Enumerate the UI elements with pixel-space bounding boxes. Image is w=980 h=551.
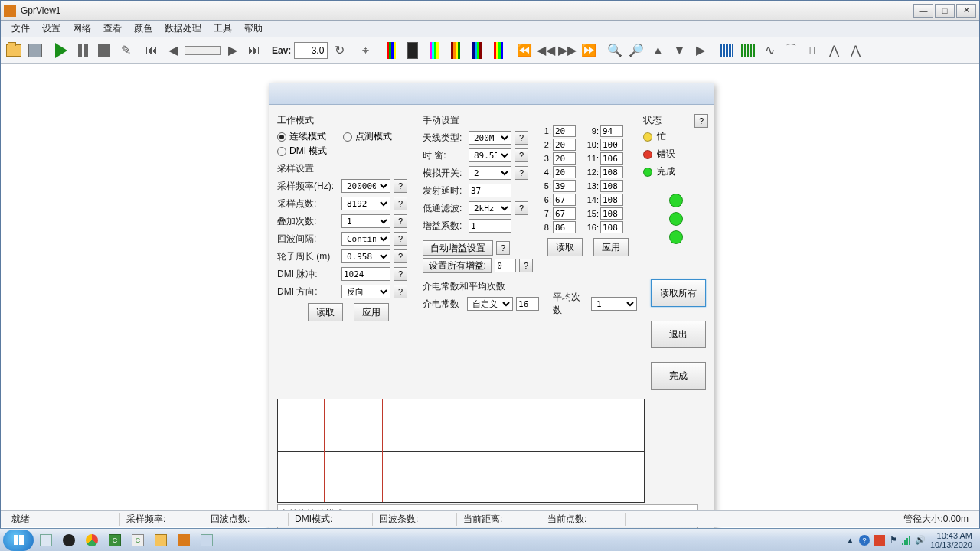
delay-input[interactable] — [469, 184, 511, 197]
system-tray[interactable]: ▲ ? ⚑ 🔊 10:43 AM 10/13/2020 — [846, 531, 977, 549]
menu-settings[interactable]: 设置 — [36, 21, 67, 37]
help-button[interactable]: ? — [394, 179, 407, 193]
help-button[interactable]: ? — [514, 148, 528, 162]
scrub-track[interactable] — [185, 46, 221, 55]
fwd-fast-button[interactable]: ⏩ — [579, 41, 599, 60]
fwd-button[interactable]: ▶▶ — [557, 41, 577, 60]
num-4-input[interactable] — [553, 166, 576, 178]
help-button[interactable]: ? — [514, 131, 528, 145]
menu-data[interactable]: 数据处理 — [158, 21, 207, 37]
help-button[interactable]: ? — [519, 259, 533, 272]
help-button[interactable]: ? — [514, 166, 528, 180]
wave5-button[interactable]: ⋀ — [845, 41, 865, 60]
wave4-button[interactable]: ⋀ — [824, 41, 844, 60]
help-button[interactable]: ? — [394, 249, 407, 263]
eav-input[interactable] — [294, 42, 328, 59]
volume-icon[interactable]: 🔊 — [915, 535, 926, 545]
play2-button[interactable]: ▶ — [691, 41, 710, 60]
num-1-input[interactable] — [553, 125, 576, 137]
signal-icon[interactable] — [902, 536, 910, 545]
taskbar-app3[interactable] — [173, 531, 194, 549]
tool-a-button[interactable]: ⌖ — [355, 41, 375, 60]
save-button[interactable] — [25, 41, 45, 60]
radio-continuous[interactable]: 连续模式 — [277, 130, 326, 143]
help-button[interactable]: ? — [514, 201, 528, 215]
stop-button[interactable] — [94, 41, 114, 60]
wave1-button[interactable]: ∿ — [760, 41, 779, 60]
sampling-apply-button[interactable]: 应用 — [354, 303, 389, 321]
shield-icon[interactable] — [874, 535, 885, 546]
num-5-input[interactable] — [553, 180, 576, 192]
open-button[interactable] — [4, 41, 24, 60]
ant-select[interactable]: 200M — [469, 131, 511, 145]
rew-button[interactable]: ◀◀ — [536, 41, 556, 60]
num-15-input[interactable] — [600, 207, 623, 220]
help-button[interactable]: ? — [394, 232, 407, 246]
grid1-button[interactable] — [717, 41, 737, 60]
first-button[interactable]: ⏮ — [142, 41, 162, 60]
interval-select[interactable]: Continue — [341, 232, 390, 246]
taskbar-app2[interactable]: C — [127, 531, 149, 549]
palette-2[interactable] — [403, 41, 423, 60]
dir-select[interactable]: 反向 — [341, 285, 390, 298]
num-11-input[interactable] — [600, 152, 623, 165]
rate-select[interactable]: 200000 — [341, 179, 390, 193]
menu-view[interactable]: 查看 — [97, 21, 128, 37]
num-9-input[interactable] — [600, 125, 623, 137]
help-button[interactable]: ? — [394, 214, 407, 228]
wave2-button[interactable]: ⌒ — [781, 41, 801, 60]
wave3-button[interactable]: ⎍ — [802, 41, 822, 60]
taskbar-folder[interactable] — [150, 531, 172, 549]
num-12-input[interactable] — [600, 166, 623, 178]
window-select[interactable]: 89.53 — [469, 148, 511, 162]
zoom-in-button[interactable]: 🔍 — [605, 41, 625, 60]
wheel-select[interactable]: 0.958 — [341, 249, 390, 263]
num-16-input[interactable] — [600, 221, 623, 233]
radio-point[interactable]: 点测模式 — [343, 130, 392, 143]
help-button[interactable]: ? — [394, 267, 407, 281]
zoom-out-button[interactable]: 🔎 — [626, 41, 646, 60]
start-button[interactable] — [3, 530, 34, 551]
play-button[interactable] — [51, 41, 71, 60]
menu-network[interactable]: 网络 — [67, 21, 97, 37]
taskbar[interactable]: C C ▲ ? ⚑ 🔊 10:43 AM 10/13/2020 — [0, 528, 980, 551]
menu-help[interactable]: 帮助 — [238, 21, 269, 37]
num-8-input[interactable] — [553, 221, 576, 233]
palette-5[interactable] — [467, 41, 487, 60]
grid2-button[interactable] — [738, 41, 758, 60]
maximize-button[interactable]: □ — [935, 4, 955, 18]
waveform-canvas[interactable] — [277, 399, 645, 503]
help-button[interactable]: ? — [694, 114, 708, 128]
help-button[interactable]: ? — [394, 285, 407, 298]
edit-button[interactable]: ✎ — [116, 41, 136, 60]
taskbar-qq[interactable] — [58, 531, 80, 549]
stack-select[interactable]: 1 — [341, 214, 390, 228]
analog-select[interactable]: 2 — [469, 166, 511, 180]
menu-file[interactable]: 文件 — [5, 21, 36, 37]
help-tray-icon[interactable]: ? — [859, 535, 870, 546]
palette-4[interactable] — [446, 41, 466, 60]
down-button[interactable]: ▼ — [669, 41, 689, 60]
taskbar-chrome[interactable] — [81, 531, 103, 549]
num-3-input[interactable] — [553, 152, 576, 165]
numbers-apply-button[interactable]: 应用 — [593, 238, 629, 256]
gain-input[interactable] — [469, 219, 511, 233]
lowpass-select[interactable]: 2kHz — [469, 201, 511, 215]
flag-icon[interactable]: ⚑ — [890, 535, 897, 545]
num-14-input[interactable] — [600, 194, 623, 206]
menu-color[interactable]: 颜色 — [128, 21, 158, 37]
finish-button[interactable]: 完成 — [651, 362, 706, 390]
dialog-title-bar[interactable] — [270, 83, 714, 105]
sampling-read-button[interactable]: 读取 — [308, 303, 343, 321]
rew-fast-button[interactable]: ⏪ — [514, 41, 534, 60]
exit-button[interactable]: 退出 — [651, 321, 706, 348]
num-2-input[interactable] — [553, 139, 576, 151]
tray-arrow-icon[interactable]: ▲ — [846, 536, 854, 545]
taskbar-app1[interactable]: C — [104, 531, 126, 549]
next-button[interactable]: ▶ — [223, 41, 243, 60]
points-select[interactable]: 8192 — [341, 197, 390, 210]
help-button[interactable]: ? — [394, 197, 407, 210]
last-button[interactable]: ⏭ — [244, 41, 264, 60]
pulse-input[interactable] — [341, 267, 390, 281]
taskbar-app4[interactable] — [196, 531, 217, 549]
